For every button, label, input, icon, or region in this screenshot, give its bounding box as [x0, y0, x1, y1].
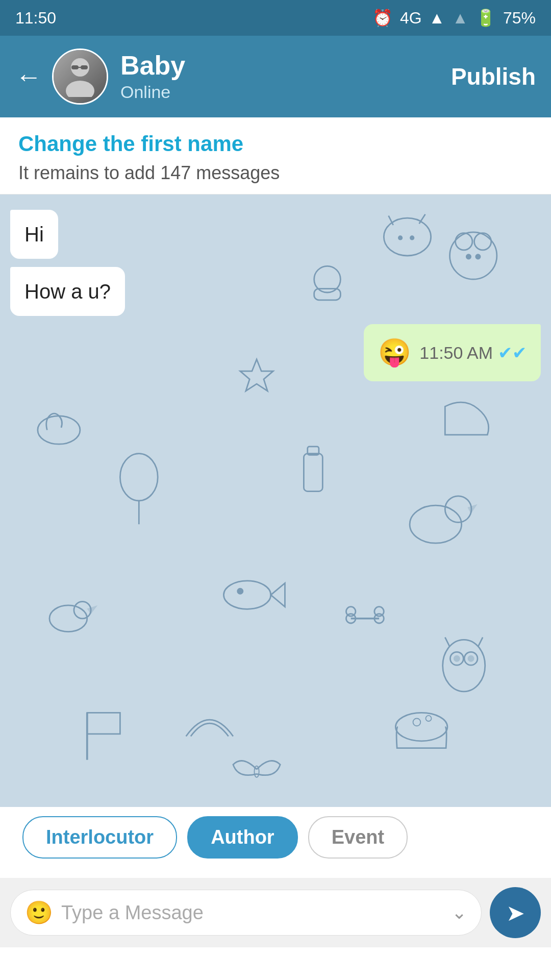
back-button[interactable]: ←: [15, 61, 42, 92]
battery-icon: 🔋: [475, 8, 496, 28]
svg-line-42: [445, 638, 449, 647]
status-icons: ⏰ 4G ▲ ▲ 🔋 75%: [372, 8, 536, 28]
svg-point-41: [468, 656, 474, 662]
svg-point-27: [445, 496, 471, 523]
info-subtitle: It remains to add 147 messages: [18, 162, 533, 184]
svg-point-31: [237, 589, 243, 594]
svg-point-22: [120, 454, 158, 501]
chevron-down-icon[interactable]: ⌄: [452, 902, 467, 923]
interlocutor-button[interactable]: Interlocutor: [22, 816, 177, 859]
messages-container: Hi How a u? 😜 11:50 AM ✔✔: [10, 210, 541, 381]
svg-point-37: [443, 640, 485, 692]
signal-label: 4G: [400, 9, 422, 28]
svg-rect-45: [87, 713, 120, 734]
svg-point-20: [38, 416, 80, 444]
read-receipt: ✔✔: [498, 341, 527, 364]
svg-point-47: [413, 718, 421, 726]
svg-point-35: [346, 607, 355, 616]
publish-button[interactable]: Publish: [451, 63, 536, 90]
message-sent-1: 😜 11:50 AM ✔✔: [364, 324, 541, 381]
info-title: Change the first name: [18, 132, 533, 156]
svg-point-49: [254, 766, 259, 777]
svg-point-40: [454, 656, 460, 662]
avatar: [52, 48, 108, 105]
input-wrapper: 🙂 ⌄: [10, 890, 482, 936]
sent-emoji: 😜: [378, 335, 411, 370]
emoji-button[interactable]: 🙂: [25, 899, 53, 926]
svg-point-48: [425, 716, 431, 721]
svg-point-36: [374, 607, 384, 616]
signal-icon-2: ▲: [452, 9, 468, 28]
time-display: 11:50: [15, 9, 56, 28]
event-button[interactable]: Event: [308, 816, 408, 859]
svg-point-1: [66, 81, 94, 97]
message-time: 11:50 AM: [419, 341, 493, 364]
message-received-1: Hi: [10, 210, 58, 259]
contact-info: Baby Online: [120, 51, 451, 102]
svg-point-46: [395, 713, 447, 741]
contact-status: Online: [120, 82, 451, 102]
role-selector: Interlocutor Author Event: [10, 807, 541, 868]
message-received-2: How a u?: [10, 267, 125, 316]
status-bar: 11:50 ⏰ 4G ▲ ▲ 🔋 75%: [0, 0, 551, 36]
info-banner: Change the first name It remains to add …: [0, 117, 551, 194]
svg-rect-24: [304, 454, 322, 492]
author-button[interactable]: Author: [187, 816, 298, 859]
alarm-icon: ⏰: [372, 8, 393, 28]
message-input[interactable]: [61, 902, 443, 924]
toolbar: ← Baby Online Publish: [0, 36, 551, 117]
chat-area: Hi How a u? 😜 11:50 AM ✔✔: [0, 194, 551, 807]
svg-line-43: [478, 638, 483, 647]
svg-rect-2: [71, 65, 79, 69]
svg-point-30: [223, 581, 270, 609]
signal-icon: ▲: [429, 9, 445, 28]
message-meta: 11:50 AM ✔✔: [419, 341, 527, 364]
contact-name: Baby: [120, 51, 451, 80]
svg-point-26: [410, 505, 462, 543]
input-area: 🙂 ⌄ ➤: [0, 878, 551, 947]
send-icon: ➤: [506, 900, 525, 926]
send-button[interactable]: ➤: [490, 887, 541, 938]
battery-label: 75%: [503, 9, 536, 28]
svg-rect-3: [81, 65, 88, 69]
